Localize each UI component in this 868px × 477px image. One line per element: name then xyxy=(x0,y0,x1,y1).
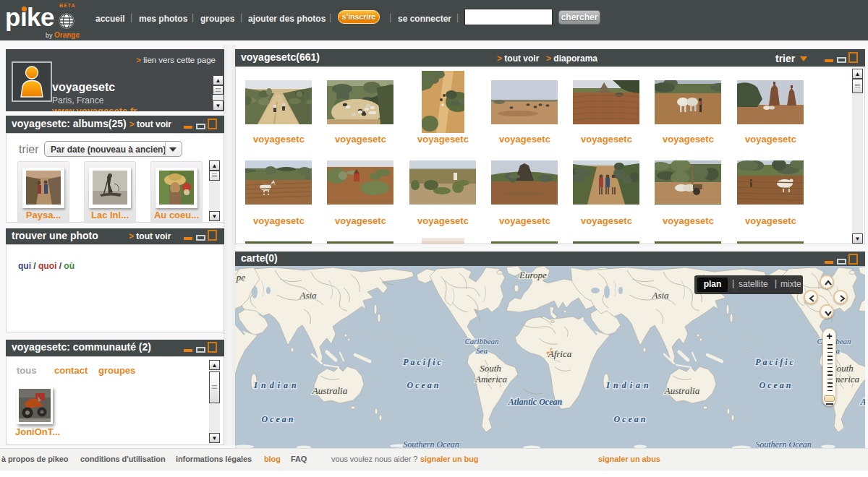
svg-text:America: America xyxy=(475,374,508,384)
svg-text:pe: pe xyxy=(236,272,246,283)
svg-text:Atlantic Ocean: Atlantic Ocean xyxy=(508,397,563,407)
svg-text:Australia: Australia xyxy=(664,385,700,396)
svg-text:Indian: Indian xyxy=(605,380,652,390)
svg-text:Ocean: Ocean xyxy=(614,414,648,424)
svg-text:Caribbean: Caribbean xyxy=(464,337,499,345)
svg-text:Southern Ocean: Southern Ocean xyxy=(755,439,812,448)
svg-text:Southern Ocean: Southern Ocean xyxy=(403,439,459,448)
svg-text:Ocean: Ocean xyxy=(760,380,793,390)
svg-text:Asia: Asia xyxy=(651,290,669,301)
svg-text:Australia: Australia xyxy=(312,385,348,396)
svg-text:Asia: Asia xyxy=(299,290,317,301)
svg-text:Atlantic Ocean: Atlantic Ocean xyxy=(860,397,865,407)
svg-text:Pacific: Pacific xyxy=(403,357,443,367)
svg-text:Sea: Sea xyxy=(476,346,488,355)
svg-text:Indian: Indian xyxy=(253,380,299,390)
svg-text:Africa: Africa xyxy=(548,348,572,359)
svg-text:Ocean: Ocean xyxy=(262,414,296,424)
svg-text:Ocean: Ocean xyxy=(407,380,441,390)
svg-text:South: South xyxy=(480,363,501,374)
svg-text:Europe: Europe xyxy=(519,270,547,280)
svg-text:Pacific: Pacific xyxy=(755,357,796,367)
